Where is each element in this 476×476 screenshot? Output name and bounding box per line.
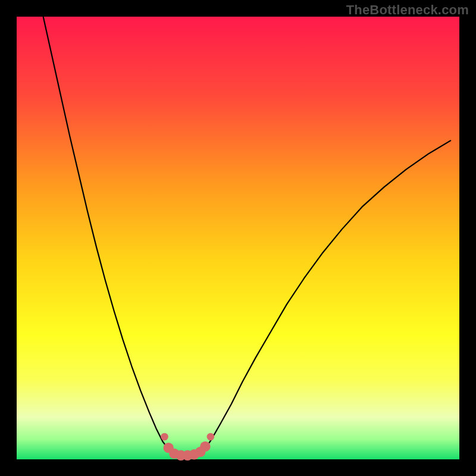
chart-frame: TheBottleneck.com <box>0 0 476 476</box>
chart-svg <box>17 17 459 459</box>
watermark-text: TheBottleneck.com <box>346 2 469 18</box>
markers-group <box>161 433 214 461</box>
plot-area <box>17 17 459 459</box>
bottleneck-curve-left <box>43 17 169 449</box>
valley-marker <box>207 433 215 441</box>
valley-marker <box>200 441 210 452</box>
valley-marker <box>161 433 168 441</box>
series-group <box>43 17 450 449</box>
bottleneck-curve-right <box>205 140 450 449</box>
